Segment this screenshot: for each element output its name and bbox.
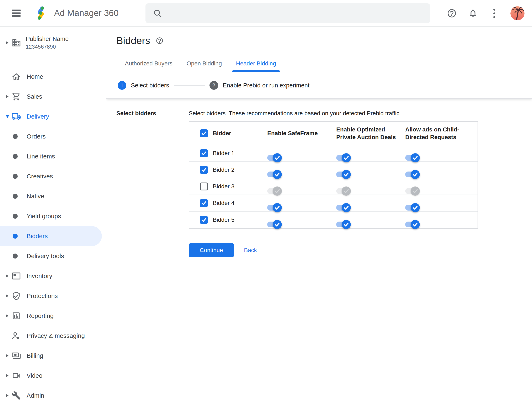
select-all-checkbox[interactable]	[200, 129, 208, 137]
publisher-switcher[interactable]: Publisher Name 1234567890	[0, 27, 106, 59]
sidebar-item-orders[interactable]: Orders	[0, 126, 106, 146]
bullet-icon	[13, 254, 18, 258]
sidebar-item-label: Privacy & messaging	[27, 332, 85, 339]
publisher-id: 1234567890	[26, 44, 69, 50]
expand-icon	[6, 354, 8, 357]
search-icon	[153, 9, 162, 18]
sidebar-item-protections[interactable]: Protections	[0, 286, 106, 306]
bidder-name: Bidder 2	[213, 166, 234, 173]
tab-bar: Authorized Buyers Open Bidding Header Bi…	[106, 55, 532, 72]
column-header-bidder: Bidder	[213, 129, 231, 137]
expand-icon	[6, 274, 8, 278]
sidebar-item-label: Protections	[27, 292, 58, 299]
cart-icon	[11, 92, 21, 102]
step-2: 2 Enable Prebid or run experiment	[210, 81, 310, 90]
sidebar-item-home[interactable]: Home	[0, 67, 106, 86]
sidebar-item-native[interactable]: Native	[0, 186, 106, 206]
bullet-icon	[13, 214, 18, 219]
tab-authorized-buyers[interactable]: Authorized Buyers	[120, 60, 178, 72]
stepper: 1 Select bidders 2 Enable Prebid or run …	[106, 72, 532, 99]
sidebar-item-delivery[interactable]: Delivery	[0, 107, 106, 126]
table-row-bidder-4: Bidder 4	[189, 195, 477, 211]
sidebar-item-video[interactable]: Video	[0, 366, 106, 386]
bullet-icon	[13, 174, 18, 179]
toggle-thumb-check-icon	[411, 153, 420, 162]
sidebar-item-creatives[interactable]: Creatives	[0, 166, 106, 186]
sidebar-item-label: Video	[27, 372, 42, 379]
table-header-row: Bidder Enable SafeFrame Enable Optimized…	[189, 122, 477, 145]
sidebar-item-inventory[interactable]: Inventory	[0, 266, 106, 286]
ad-manager-logo-icon	[33, 5, 49, 21]
report-icon	[11, 311, 21, 321]
sidebar-item-admin[interactable]: Admin	[0, 386, 106, 406]
row-checkbox[interactable]	[200, 182, 208, 190]
column-header-safeframe: Enable SafeFrame	[267, 129, 336, 137]
column-header-child-directed: Allow ads on Child-Directed Requests	[405, 126, 477, 141]
table-description: Select bidders. These recommendations ar…	[189, 109, 522, 117]
row-checkbox[interactable]	[200, 216, 208, 224]
sidebar-item-sales[interactable]: Sales	[0, 86, 106, 107]
sidebar-item-delivery-tools[interactable]: Delivery tools	[0, 246, 106, 266]
toggle-thumb-check-icon	[273, 203, 282, 212]
collapse-icon	[6, 115, 9, 118]
bidders-table: Bidder Enable SafeFrame Enable Optimized…	[189, 121, 478, 229]
avatar[interactable]	[510, 6, 524, 20]
sidebar-item-label: Native	[27, 193, 44, 200]
sidebar-item-label: Orders	[27, 133, 46, 140]
step-1-label: Select bidders	[131, 82, 169, 89]
sidebar-item-label: Reporting	[27, 312, 54, 319]
back-button[interactable]: Back	[244, 247, 257, 254]
notifications-icon[interactable]	[468, 8, 478, 18]
sidebar-item-billing[interactable]: Billing	[0, 346, 106, 366]
billing-icon	[11, 351, 21, 361]
sidebar-item-label: Inventory	[27, 273, 52, 280]
section-label: Select bidders	[116, 110, 189, 117]
form-actions: Continue Back	[189, 243, 522, 257]
truck-icon	[11, 111, 21, 121]
step-2-number: 2	[210, 81, 218, 90]
sidebar-item-label: Home	[27, 73, 43, 80]
expand-icon	[6, 294, 8, 297]
top-app-bar: Ad Manager 360	[0, 0, 532, 27]
sidebar-item-yield-groups[interactable]: Yield groups	[0, 206, 106, 226]
page-help-icon[interactable]	[156, 37, 163, 45]
tab-open-bidding[interactable]: Open Bidding	[181, 60, 227, 72]
sidebar-item-line-items[interactable]: Line items	[0, 146, 106, 166]
row-checkbox[interactable]	[200, 166, 208, 174]
row-checkbox[interactable]	[200, 149, 208, 157]
toggle-thumb-check-icon	[342, 153, 351, 162]
continue-button[interactable]: Continue	[189, 243, 234, 257]
sidebar-item-label: Bidders	[27, 233, 48, 240]
toggle-thumb-check-icon	[273, 170, 282, 179]
sidebar-item-reporting[interactable]: Reporting	[0, 306, 106, 326]
menu-icon[interactable]	[12, 9, 21, 17]
sidebar-item-label: Line items	[27, 153, 55, 160]
sidebar: Publisher Name 1234567890 HomeSalesDeliv…	[0, 27, 106, 407]
privacy-icon	[11, 331, 21, 341]
bullet-icon	[13, 134, 18, 139]
toggle-thumb-check-icon	[273, 187, 282, 196]
toggle-thumb-check-icon	[342, 220, 351, 229]
row-checkbox[interactable]	[200, 199, 208, 207]
tab-header-bidding[interactable]: Header Bidding	[230, 60, 281, 72]
sidebar-item-label: Admin	[27, 392, 44, 399]
page-title: Bidders	[116, 35, 150, 47]
topbar-actions	[447, 0, 524, 27]
sidebar-item-label: Yield groups	[27, 213, 61, 220]
sidebar-item-bidders[interactable]: Bidders	[0, 226, 102, 246]
table-row-bidder-3: Bidder 3	[189, 178, 477, 195]
expand-icon	[6, 394, 8, 397]
search-bar[interactable]	[145, 3, 430, 23]
toggle-thumb-check-icon	[411, 187, 420, 196]
more-options-icon[interactable]	[489, 8, 499, 18]
sidebar-item-label: Sales	[27, 93, 42, 100]
toggle-thumb-check-icon	[342, 170, 351, 179]
bullet-icon	[13, 234, 18, 239]
toggle-thumb-check-icon	[342, 203, 351, 212]
sidebar-item-label: Delivery	[27, 113, 49, 120]
sidebar-item-label: Delivery tools	[27, 252, 64, 259]
sidebar-item-privacy-messaging[interactable]: Privacy & messaging	[0, 326, 106, 346]
home-icon	[11, 72, 21, 82]
main-content: Bidders Authorized Buyers Open Bidding H…	[106, 27, 532, 407]
help-icon[interactable]	[447, 8, 457, 18]
